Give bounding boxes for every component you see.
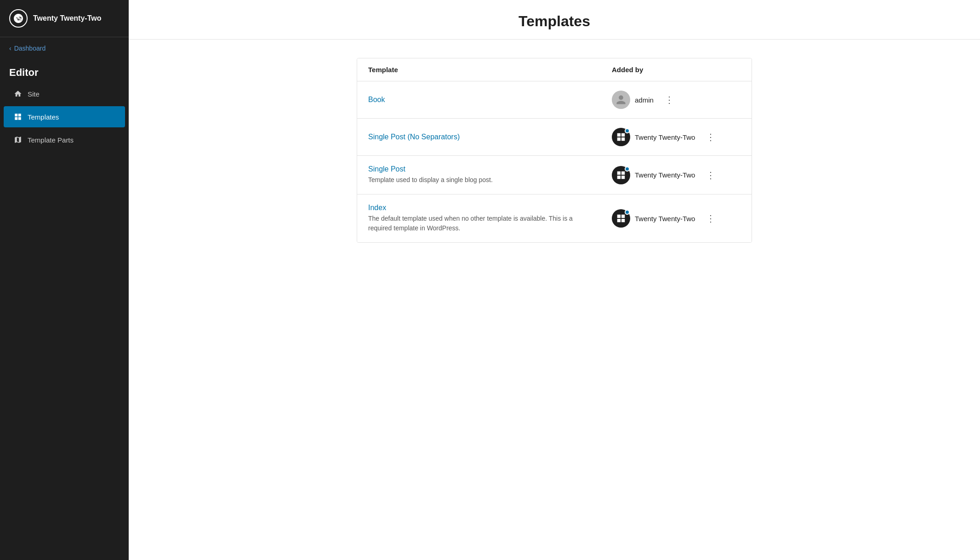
template-info: Index The default template used when no … (368, 204, 612, 233)
template-name-book[interactable]: Book (368, 96, 612, 104)
sidebar-item-site-label: Site (28, 90, 40, 98)
author-name-index: Twenty Twenty-Two (635, 215, 695, 223)
author-name-single-no-sep: Twenty Twenty-Two (635, 133, 695, 141)
theme-dot (625, 166, 630, 171)
template-info: Single Post Template used to display a s… (368, 165, 612, 185)
site-title: Twenty Twenty-Two (33, 14, 101, 23)
theme-icon (616, 132, 626, 142)
theme-icon (616, 170, 626, 180)
theme-icon (616, 213, 626, 223)
template-info: Book (368, 96, 612, 104)
templates-icon (13, 112, 23, 122)
table-row: Index The default template used when no … (357, 194, 752, 242)
more-options-index[interactable]: ⋮ (703, 211, 718, 226)
table-row: Book admin ⋮ (357, 81, 752, 119)
templates-table: Template Added by Book admin ⋮ (357, 58, 752, 243)
col-added-by-header: Added by (612, 66, 741, 74)
sidebar-item-templates-label: Templates (28, 113, 59, 121)
table-header: Template Added by (357, 58, 752, 81)
template-name-index[interactable]: Index (368, 204, 612, 212)
sidebar-item-template-parts[interactable]: Template Parts (4, 129, 125, 150)
avatar-single-no-sep (612, 128, 630, 146)
sidebar-item-template-parts-label: Template Parts (28, 136, 74, 144)
template-desc-index: The default template used when no other … (368, 214, 589, 233)
page-title: Templates (147, 13, 962, 30)
template-name-single-post[interactable]: Single Post (368, 165, 612, 173)
template-desc-single-post: Template used to display a single blog p… (368, 175, 589, 185)
content-area: Template Added by Book admin ⋮ (129, 40, 980, 560)
table-row: Single Post Template used to display a s… (357, 156, 752, 194)
editor-label: Editor (0, 59, 129, 82)
more-options-book[interactable]: ⋮ (662, 92, 677, 107)
col-template-header: Template (368, 66, 612, 74)
author-name-single-post: Twenty Twenty-Two (635, 171, 695, 179)
sidebar: Twenty Twenty-Two ‹ Dashboard Editor Sit… (0, 0, 129, 560)
wp-logo (9, 9, 28, 28)
page-header: Templates (129, 0, 980, 40)
more-options-single-post[interactable]: ⋮ (703, 168, 718, 183)
user-avatar-icon (615, 94, 627, 105)
more-options-single-no-sep[interactable]: ⋮ (703, 130, 718, 144)
sidebar-item-templates[interactable]: Templates (4, 106, 125, 127)
sidebar-header: Twenty Twenty-Two (0, 0, 129, 37)
chevron-left-icon: ‹ (9, 45, 11, 52)
template-parts-icon (13, 135, 23, 145)
dashboard-link[interactable]: ‹ Dashboard (0, 37, 129, 59)
added-by-single-no-sep: Twenty Twenty-Two ⋮ (612, 128, 741, 146)
author-name-book: admin (635, 96, 654, 104)
theme-dot (625, 128, 630, 133)
avatar-index (612, 209, 630, 228)
added-by-book: admin ⋮ (612, 91, 741, 109)
sidebar-item-site[interactable]: Site (4, 83, 125, 104)
template-name-single-no-sep[interactable]: Single Post (No Separators) (368, 133, 612, 141)
added-by-single-post: Twenty Twenty-Two ⋮ (612, 166, 741, 184)
template-info: Single Post (No Separators) (368, 133, 612, 141)
avatar-single-post (612, 166, 630, 184)
avatar-book (612, 91, 630, 109)
home-icon (13, 89, 23, 99)
main-content: Templates Template Added by Book (129, 0, 980, 560)
table-row: Single Post (No Separators) Twenty Twent… (357, 119, 752, 156)
wordpress-icon (13, 13, 24, 24)
added-by-index: Twenty Twenty-Two ⋮ (612, 209, 741, 228)
theme-dot (625, 210, 630, 215)
